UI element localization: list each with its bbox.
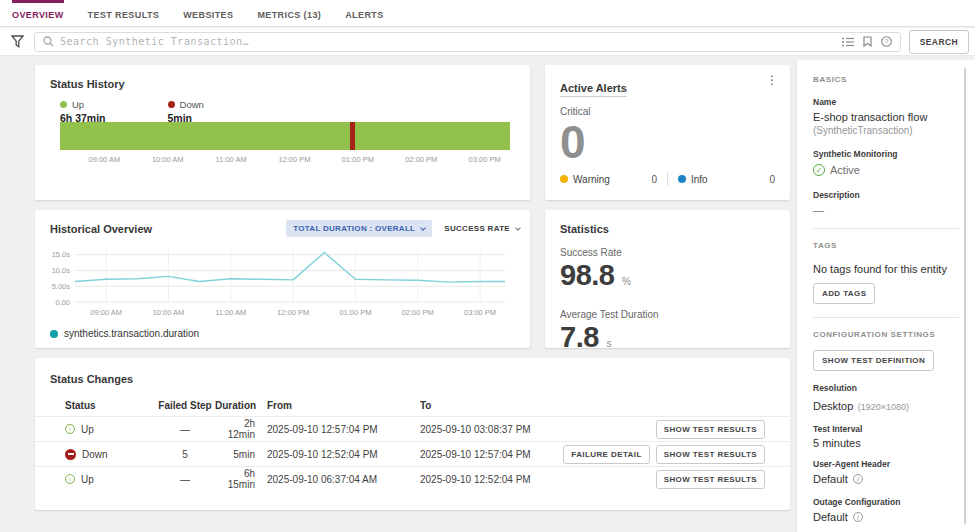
from-timestamp: 2025-09-10 12:52:04 PM <box>255 449 418 460</box>
check-circle-icon: ✓ <box>813 164 825 176</box>
axis-label: 02:00 PM <box>405 155 437 164</box>
duration-value: 5min <box>215 449 255 460</box>
entity-details-panel: BASICS Name E-shop transaction flow (Syn… <box>797 60 975 532</box>
duration-value: 2h 12min <box>215 418 255 440</box>
show-test-definition-button[interactable]: SHOW TEST DEFINITION <box>813 350 934 371</box>
svg-text:0.00: 0.00 <box>55 298 70 307</box>
saved-searches-icon[interactable] <box>842 37 854 47</box>
search-input[interactable] <box>60 36 842 47</box>
status-history-card: Status History Up 6h 37min Down 5min 09:… <box>35 65 530 200</box>
table-header-row: Status Failed Step Duration From To <box>35 394 790 416</box>
top-tab-bar: OVERVIEW TEST RESULTS WEBSITES METRICS (… <box>0 0 975 27</box>
show-test-results-button[interactable]: SHOW TEST RESULTS <box>656 470 765 489</box>
tab-alerts[interactable]: ALERTS <box>345 0 383 26</box>
from-timestamp: 2025-09-10 12:57:04 PM <box>255 424 418 435</box>
search-button[interactable]: SEARCH <box>909 30 969 54</box>
status-changes-title: Status Changes <box>35 358 790 385</box>
outage-config-value: Default <box>813 511 848 523</box>
svg-text:10:00 AM: 10:00 AM <box>153 308 185 317</box>
failed-step-value: — <box>155 424 215 435</box>
svg-text:10.0s: 10.0s <box>52 266 71 275</box>
failure-detail-button[interactable]: FAILURE DETAIL <box>563 445 649 464</box>
status-history-legend: Up 6h 37min Down 5min <box>35 90 530 124</box>
down-segment[interactable] <box>350 122 355 150</box>
help-icon[interactable]: ? <box>881 36 892 47</box>
svg-text:?: ? <box>884 38 888 45</box>
monitoring-status: Active <box>830 164 860 176</box>
metric-selector-label: TOTAL DURATION : OVERALL <box>293 224 415 233</box>
avg-duration-number: 7.8 <box>560 321 599 353</box>
col-duration: Duration <box>215 400 255 411</box>
entity-type: (SyntheticTransaction) <box>813 125 959 136</box>
show-test-results-button[interactable]: SHOW TEST RESULTS <box>656 420 765 439</box>
success-rate-value: 98.8 % <box>560 260 775 297</box>
kebab-menu-icon[interactable]: ⋮ <box>766 75 778 85</box>
divider <box>667 172 668 186</box>
axis-label: 10:00 AM <box>152 155 184 164</box>
resolution-detail: (1920×1080) <box>858 402 909 412</box>
tab-metrics[interactable]: METRICS (13) <box>257 0 321 26</box>
info-icon[interactable]: i <box>853 474 863 484</box>
axis-label: 01:00 PM <box>342 155 374 164</box>
series-dot-icon <box>50 330 58 338</box>
series-name: synthetics.transaction.duration <box>64 328 199 339</box>
col-from: From <box>255 400 418 411</box>
divider <box>813 228 959 229</box>
duration-chart[interactable]: 15.0s10.0s5.00s0.0009:00 AM10:00 AM11:00… <box>43 242 523 330</box>
warning-label: Warning <box>573 174 610 185</box>
chevron-down-icon <box>420 225 426 231</box>
metric-selector-dropdown[interactable]: TOTAL DURATION : OVERALL <box>286 220 432 237</box>
uptime-timeline-bar[interactable] <box>60 122 510 150</box>
scrollbar-thumb[interactable] <box>964 68 966 524</box>
to-timestamp: 2025-09-10 12:57:04 PM <box>418 449 563 460</box>
outage-config-label: Outage Configuration <box>813 497 959 507</box>
down-dot-icon <box>168 101 175 108</box>
info-icon[interactable]: i <box>853 512 863 522</box>
failed-step-value: — <box>155 474 215 485</box>
from-timestamp: 2025-09-10 06:37:04 AM <box>255 474 418 485</box>
svg-text:5.00s: 5.00s <box>52 282 71 291</box>
svg-text:15.0s: 15.0s <box>52 250 71 259</box>
bookmark-icon[interactable] <box>863 36 872 47</box>
status-changes-card: Status Changes Status Failed Step Durati… <box>35 358 790 510</box>
user-agent-label: User-Agent Header <box>813 459 959 469</box>
active-alerts-card: Active Alerts ⋮ Critical 0 Warning 0 Inf… <box>545 65 790 200</box>
show-test-results-button[interactable]: SHOW TEST RESULTS <box>656 445 765 464</box>
basics-header: BASICS <box>813 75 959 84</box>
success-rate-stat-label: Success Rate <box>560 247 775 258</box>
col-failed-step: Failed Step <box>155 400 215 411</box>
warning-count: 0 <box>651 174 657 185</box>
legend-up: Up 6h 37min <box>60 99 106 124</box>
info-label: Info <box>691 174 708 185</box>
svg-text:01:00 PM: 01:00 PM <box>339 308 371 317</box>
monitoring-label: Synthetic Monitoring <box>813 149 959 159</box>
filter-icon[interactable] <box>11 35 24 49</box>
table-row: Down 5 5min 2025-09-10 12:52:04 PM 2025-… <box>35 441 790 466</box>
info-cell: Info 0 <box>678 174 775 185</box>
chevron-down-icon <box>515 225 521 231</box>
avg-duration-unit: s <box>606 338 611 349</box>
status-up-icon: ↑ <box>65 474 75 484</box>
info-dot-icon <box>678 175 686 183</box>
description-label: Description <box>813 190 959 200</box>
status-up-icon: ↑ <box>65 424 75 434</box>
avg-duration-value: 7.8 s <box>560 322 775 359</box>
axis-label: 12:00 PM <box>278 155 310 164</box>
user-agent-value: Default <box>813 473 848 485</box>
duration-value: 6h 15min <box>215 468 255 490</box>
axis-label: 11:00 AM <box>216 155 247 164</box>
tab-test-results[interactable]: TEST RESULTS <box>88 0 160 26</box>
tab-overview[interactable]: OVERVIEW <box>12 0 64 26</box>
configuration-settings-header: CONFIGURATION SETTINGS <box>813 330 959 339</box>
success-rate-dropdown[interactable]: SUCCESS RATE <box>444 224 520 233</box>
resolution-value: Desktop <box>813 400 853 412</box>
tags-empty-text: No tags found for this entity <box>813 263 959 275</box>
add-tags-button[interactable]: ADD TAGS <box>813 283 875 304</box>
table-row: ↑ Up — 6h 15min 2025-09-10 06:37:04 AM 2… <box>35 466 790 491</box>
search-input-box: ? <box>34 32 901 52</box>
tab-websites[interactable]: WEBSITES <box>183 0 233 26</box>
statistics-card: Statistics Success Rate 98.8 % Average T… <box>545 210 790 348</box>
status-history-axis: 09:00 AM10:00 AM11:00 AM12:00 PM01:00 PM… <box>60 155 510 167</box>
active-alerts-title[interactable]: Active Alerts <box>560 82 627 97</box>
name-label: Name <box>813 97 959 107</box>
